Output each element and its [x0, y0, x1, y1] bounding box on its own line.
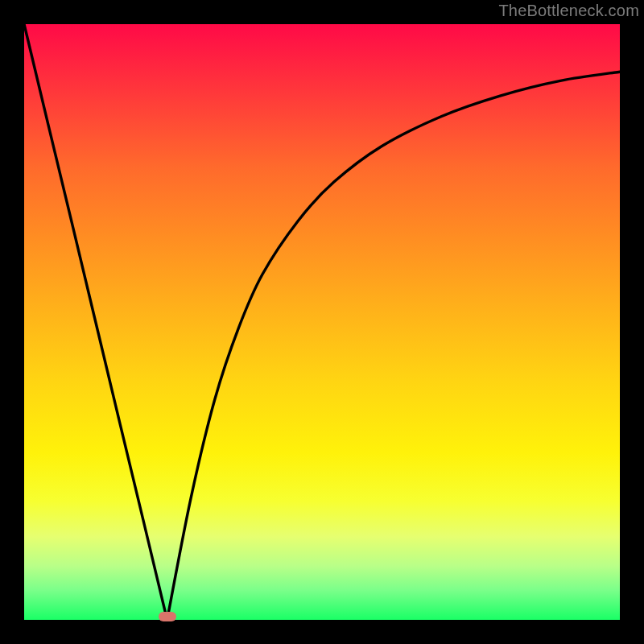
chart-frame: TheBottleneck.com	[0, 0, 644, 644]
attribution-text: TheBottleneck.com	[498, 2, 639, 20]
plot-area	[24, 24, 620, 620]
minimum-marker	[159, 612, 176, 621]
curve-left-branch	[24, 24, 167, 620]
bottleneck-curve	[24, 24, 620, 620]
curve-right-branch	[167, 72, 620, 620]
